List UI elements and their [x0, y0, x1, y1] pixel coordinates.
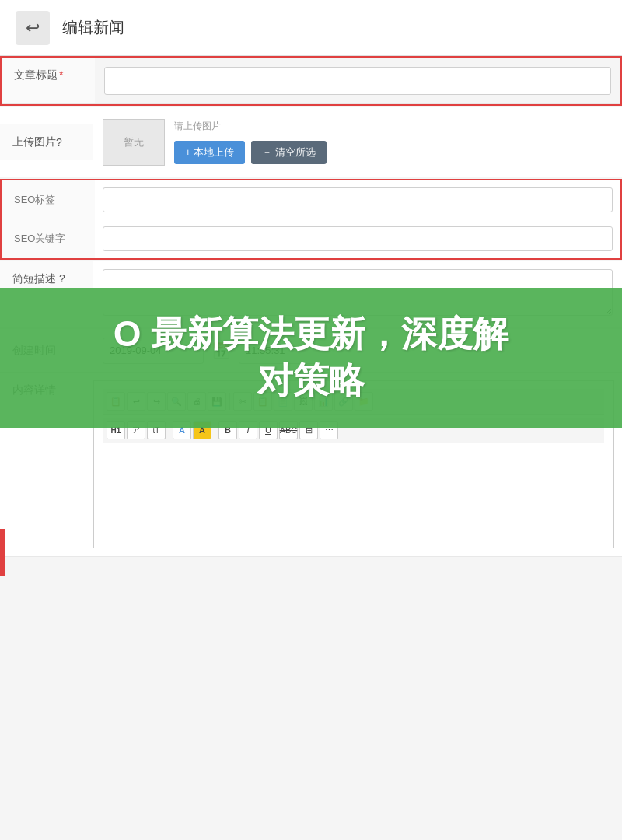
seo-tag-row: SEO标签 [2, 180, 620, 219]
seo-keyword-input[interactable] [103, 226, 613, 251]
overlay-text: O 最新算法更新，深度解 对策略 [114, 311, 509, 404]
local-upload-button[interactable]: + 本地上传 [174, 141, 245, 164]
upload-hint: 请上传图片 [174, 120, 327, 133]
page-header: ↩ 编辑新闻 [0, 0, 622, 56]
red-side-indicator [0, 529, 5, 576]
overlay-banner: O 最新算法更新，深度解 对策略 [0, 288, 622, 428]
article-title-row: 文章标题 * [2, 58, 620, 104]
article-title-content [95, 58, 620, 103]
clear-selection-button[interactable]: － 清空所选 [251, 141, 327, 164]
upload-image-row: 上传图片 ? 暂无 请上传图片 + 本地上传 － 清空所选 [0, 107, 622, 177]
upload-buttons: + 本地上传 － 清空所选 [174, 141, 327, 164]
seo-tag-label: SEO标签 [2, 180, 95, 219]
seo-keyword-row: SEO关键字 [2, 219, 620, 258]
seo-keyword-label: SEO关键字 [2, 219, 95, 258]
page-title: 编辑新闻 [62, 17, 124, 38]
upload-image-label: 上传图片 ? [0, 124, 93, 160]
page-wrapper: ↩ 编辑新闻 文章标题 * 上传图片 ? 暂无 请上传图片 [0, 0, 622, 840]
back-arrow-icon: ↩ [26, 18, 40, 38]
overlay-line1: O 最新算法更新，深度解 [114, 311, 509, 358]
seo-tag-content [95, 180, 620, 219]
seo-section: SEO标签 SEO关键字 [0, 179, 622, 260]
upload-actions: 请上传图片 + 本地上传 － 清空所选 [174, 120, 327, 164]
back-button[interactable]: ↩ [16, 11, 50, 45]
upload-help-icon[interactable]: ? [56, 136, 62, 149]
editor-body[interactable] [103, 446, 604, 540]
overlay-line2: 对策略 [114, 358, 509, 404]
title-row-wrapper: 文章标题 * [0, 56, 622, 106]
article-title-input[interactable] [104, 67, 611, 95]
upload-content: 暂无 请上传图片 + 本地上传 － 清空所选 [93, 111, 622, 173]
required-marker: * [59, 68, 63, 81]
desc-help-icon[interactable]: ? [59, 272, 65, 285]
upload-preview: 暂无 [103, 119, 165, 166]
article-title-label: 文章标题 * [2, 58, 95, 103]
seo-tag-input[interactable] [103, 187, 613, 212]
seo-keyword-content [95, 219, 620, 258]
